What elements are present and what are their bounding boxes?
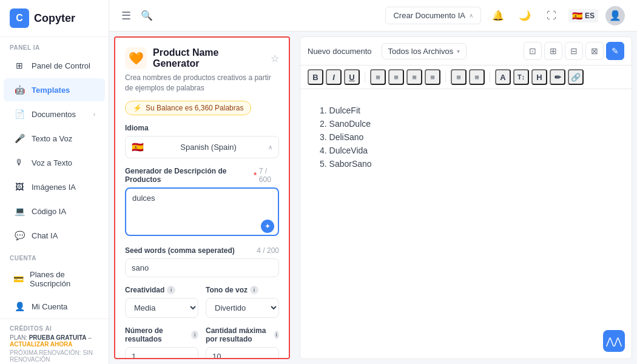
- tono-info-icon[interactable]: i: [250, 286, 258, 294]
- panel-description: Crea nombres de productos creativos a pa…: [125, 73, 279, 93]
- sidebar-item-panel-control[interactable]: ⊞ Panel de Control: [4, 54, 105, 77]
- idioma-flag: 🇪🇸: [132, 141, 144, 153]
- search-icon[interactable]: 🔍: [141, 10, 153, 21]
- idioma-field-group: Idioma 🇪🇸 Spanish (Spain) ∧: [125, 124, 279, 158]
- sidebar-item-label: Panel de Control: [32, 61, 90, 70]
- cantidad-label: Cantidad máxima por resultado i: [206, 326, 279, 343]
- editor-format-toolbar: B I U ≡ ≡ ≡ ≡ ≡ ≡ A T↕ H ✏ 🔗: [300, 66, 632, 89]
- star-icon[interactable]: ☆: [271, 53, 279, 64]
- sidebar-item-templates[interactable]: 🤖 Templates: [4, 78, 105, 101]
- underline-button[interactable]: U: [344, 69, 360, 85]
- pen-button[interactable]: ✏: [550, 69, 565, 85]
- num-cantidad-row: Número de resultados i Cantidad máxima p…: [125, 326, 279, 359]
- justify-button[interactable]: ≡: [425, 69, 440, 85]
- editor-body[interactable]: 1. DulceFit 2. SanoDulce 3. DeliSano 4. …: [300, 89, 632, 359]
- sidebar-item-label: Texto a Voz: [32, 134, 72, 143]
- cantidad-input[interactable]: [206, 347, 279, 359]
- seed-input[interactable]: [125, 258, 279, 277]
- link-button[interactable]: 🔗: [568, 69, 584, 85]
- heading-button[interactable]: H: [531, 69, 547, 85]
- sidebar-item-planes[interactable]: 💳 Planes de Suscripción: [4, 265, 105, 294]
- tono-select[interactable]: Formal Divertido Profesional Casual: [206, 298, 279, 318]
- moon-icon[interactable]: 🌙: [515, 6, 534, 25]
- align-right-button[interactable]: ≡: [406, 69, 422, 85]
- italic-button[interactable]: I: [326, 69, 342, 85]
- panel-template-icon: 🧡: [125, 47, 147, 69]
- cantidad-info-icon[interactable]: i: [274, 331, 279, 339]
- num-resultados-input[interactable]: [125, 347, 198, 359]
- num-resultados-label: Número de resultados i: [125, 326, 198, 343]
- mic2-icon: 🎙: [13, 157, 25, 169]
- hamburger-icon[interactable]: ☰: [121, 9, 131, 22]
- sidebar-item-chat-ia[interactable]: 💬 Chat IA: [4, 224, 105, 247]
- format-divider-1: [365, 72, 365, 83]
- sidebar-item-imagenes-ia[interactable]: 🖼 Imágenes IA: [4, 175, 105, 198]
- flag-icon: 🇪🇸: [572, 11, 582, 21]
- editor-icon-3[interactable]: ⊟: [565, 42, 583, 60]
- sidebar-item-documentos[interactable]: 📄 Documentos ›: [4, 103, 105, 126]
- sidebar-item-codigo-ia[interactable]: 💻 Código IA: [4, 200, 105, 223]
- list-item: 4. DulceVida: [320, 144, 612, 157]
- sidebar-item-mi-cuenta[interactable]: 👤 Mi Cuenta: [4, 295, 105, 318]
- file-selector[interactable]: Todos los Archivos ▾: [382, 43, 467, 59]
- align-left-button[interactable]: ≡: [370, 69, 386, 85]
- seed-counter: 4 / 200: [257, 246, 279, 255]
- align-center-button[interactable]: ≡: [388, 69, 404, 85]
- editor-icon-active[interactable]: ✎: [606, 42, 624, 60]
- avatar[interactable]: 👤: [605, 6, 625, 25]
- main-area: ☰ 🔍 Crear Documento IA ∧ 🔔 🌙 ⛶ 🇪🇸 ES 👤 🧡…: [109, 0, 637, 364]
- ai-assist-icon[interactable]: ✦: [261, 220, 274, 233]
- tono-label: Tono de voz i: [206, 286, 279, 294]
- num-resultados-info-icon[interactable]: i: [191, 331, 198, 339]
- logo-icon: C: [10, 8, 29, 28]
- balance-badge: ⚡ Su Balance es 6,360 Palabras: [125, 101, 251, 115]
- sidebar-item-label: Templates: [32, 86, 70, 95]
- list-item: 5. SaborSano: [320, 157, 612, 170]
- lang-code: ES: [585, 12, 595, 20]
- scroll-top-button[interactable]: ⋀⋀: [603, 330, 625, 352]
- files-label: Todos los Archivos: [388, 47, 454, 56]
- language-badge[interactable]: 🇪🇸 ES: [568, 9, 598, 22]
- desc-counter: 7 / 600: [259, 167, 279, 184]
- crear-documento-button[interactable]: Crear Documento IA ∧: [385, 7, 481, 24]
- mic-icon: 🎤: [13, 132, 25, 144]
- fullscreen-icon[interactable]: ⛶: [542, 6, 561, 25]
- editor-icon-4[interactable]: ⊠: [585, 42, 604, 60]
- panel-header: 🧡 Product Name Generator ☆: [125, 47, 279, 69]
- bold-button[interactable]: B: [308, 69, 323, 85]
- chevron-down-icon: ▾: [457, 48, 460, 55]
- panel-title: Product Name Generator: [153, 47, 265, 69]
- creatividad-info-icon[interactable]: i: [167, 286, 175, 294]
- user-icon: 👤: [13, 300, 25, 312]
- chat-icon: 💬: [13, 229, 25, 241]
- font-size-button[interactable]: T↕: [513, 69, 529, 85]
- creatividad-tono-row: Creatividad i Baja Media Alta Tono de vo…: [125, 286, 279, 318]
- editor-icon-1[interactable]: ⊡: [524, 42, 542, 60]
- idioma-select[interactable]: 🇪🇸 Spanish (Spain) ∧: [125, 136, 279, 158]
- sidebar-item-label: Mi Cuenta: [32, 302, 67, 311]
- plan-update-link[interactable]: ACTUALIZAR AHORA: [10, 341, 73, 348]
- cantidad-col: Cantidad máxima por resultado i: [206, 326, 279, 359]
- plan-info: PLAN: PRUEBA GRATUITA – ACTUALIZAR AHORA: [10, 334, 99, 348]
- desc-textarea[interactable]: dulces: [125, 187, 279, 236]
- doc-selector[interactable]: Nuevo documento: [308, 47, 372, 56]
- balance-text: Su Balance es 6,360 Palabras: [146, 104, 243, 112]
- idioma-label: Idioma: [125, 124, 279, 132]
- sidebar-item-voz-texto[interactable]: 🎙 Voz a Texto: [4, 151, 105, 174]
- editor-panel: Nuevo documento Todos los Archivos ▾ ⊡ ⊞…: [300, 36, 632, 359]
- doc-label: Nuevo documento: [308, 47, 372, 56]
- font-color-button[interactable]: A: [495, 69, 511, 85]
- sidebar-logo: C Copyter: [0, 0, 109, 37]
- sidebar-item-label: Imágenes IA: [32, 183, 76, 192]
- logo-text: Copyter: [34, 12, 75, 25]
- plan-name: PRUEBA GRATUITA: [29, 334, 87, 341]
- list-ul-button[interactable]: ≡: [451, 69, 467, 85]
- sidebar-item-texto-voz[interactable]: 🎤 Texto a Voz: [4, 127, 105, 150]
- notification-icon[interactable]: 🔔: [488, 6, 508, 25]
- creatividad-select[interactable]: Baja Media Alta: [125, 298, 198, 318]
- list-ol-button[interactable]: ≡: [469, 69, 485, 85]
- editor-toolbar-top: Nuevo documento Todos los Archivos ▾ ⊡ ⊞…: [300, 37, 632, 66]
- editor-icon-2[interactable]: ⊞: [544, 42, 562, 60]
- required-indicator: *: [254, 171, 257, 180]
- grid-icon: ⊞: [13, 59, 25, 72]
